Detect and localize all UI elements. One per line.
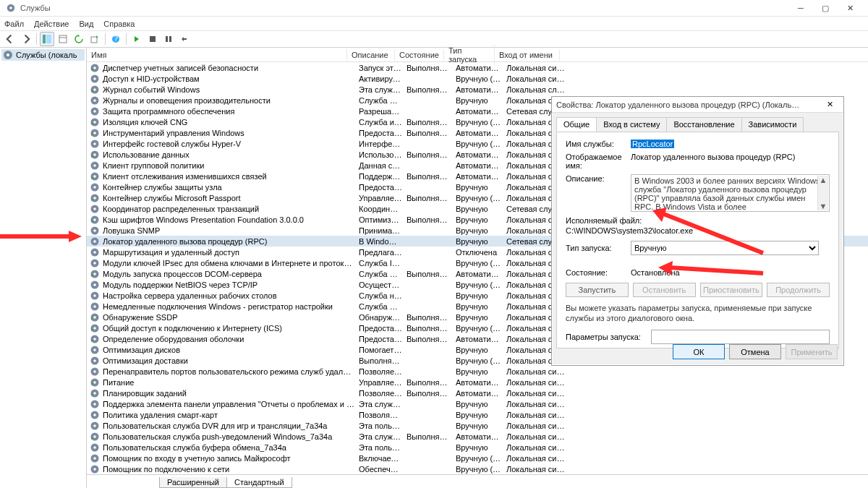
col-desc[interactable]: Описание (347, 49, 395, 61)
col-state[interactable]: Состояние (395, 49, 444, 61)
service-row[interactable]: Журнал событий WindowsЭта служб…Выполняе… (87, 84, 868, 95)
desc-cell: Поддержи… (359, 172, 407, 181)
menu-help[interactable]: Справка (103, 20, 135, 28)
desc-cell: Служба ж… (359, 96, 407, 105)
state-cell: Выполняется (407, 270, 456, 278)
refresh-button[interactable] (72, 32, 86, 46)
name-cell: Координатор распределенных транзакций (103, 205, 359, 213)
service-row[interactable]: ПитаниеУправляет…ВыполняетсяАвтоматиче…Л… (87, 377, 868, 388)
start-cell: Вручную (456, 421, 506, 430)
properties-button[interactable] (56, 32, 70, 46)
gear-icon (90, 182, 100, 192)
name-cell: Общий доступ к подключению к Интернету (… (103, 324, 359, 333)
tree-root[interactable]: Службы (локаль (1, 49, 85, 61)
service-row[interactable]: Диспетчер учетных записей безопасностиЗа… (87, 62, 868, 73)
tab-standard[interactable]: Стандартный (226, 477, 292, 488)
ok-button[interactable]: ОК (673, 344, 725, 359)
help-button[interactable]: ? (109, 32, 123, 46)
desc-cell: Управляет… (359, 378, 407, 387)
service-row[interactable]: Политика удаления смарт-картПозволяе…Вру… (87, 409, 868, 420)
dialog-close-button[interactable]: ✕ (820, 100, 839, 109)
state-cell: Выполняется (407, 194, 456, 202)
menubar: Файл Действие Вид Справка (0, 17, 868, 30)
cancel-button[interactable]: Отмена (729, 344, 781, 359)
apply-button: Применить (786, 344, 838, 359)
svg-point-45 (93, 229, 96, 232)
service-row[interactable]: Планировщик заданийПозволяет…Выполняется… (87, 388, 868, 398)
service-row[interactable]: Пользовательская служба буфера обмена_7a… (87, 442, 868, 453)
name-cell: Перенаправитель портов пользовательского… (103, 367, 359, 376)
gear-icon (90, 236, 100, 247)
start-cell: Вручную (456, 400, 506, 408)
display-name-value: Локатор удаленного вызова процедур (RPC) (631, 153, 830, 170)
gear-icon (90, 453, 100, 463)
export-button[interactable] (88, 32, 102, 46)
svc-name-value: RpcLocator (631, 140, 674, 148)
desc-scrollbar[interactable]: ▲▼ (817, 176, 828, 210)
pause-service-button[interactable] (161, 32, 176, 46)
tab-extended[interactable]: Расширенный (159, 477, 227, 488)
logon-cell: Локальная сис… (506, 367, 571, 376)
menu-file[interactable]: Файл (4, 20, 24, 28)
svg-point-89 (93, 468, 96, 471)
desc-cell: Помогает … (359, 346, 407, 354)
menu-view[interactable]: Вид (79, 20, 93, 28)
service-row[interactable]: Помощник по подключению к сетиОбеспечи…В… (87, 463, 868, 474)
stop-button: Остановить (633, 283, 696, 297)
forward-button[interactable] (19, 32, 33, 46)
service-row[interactable]: Пользовательская служба DVR для игр и тр… (87, 420, 868, 431)
tab-logon[interactable]: Вход в систему (596, 117, 667, 132)
desc-text: В Windows 2003 и более ранних версиях Wi… (634, 176, 820, 211)
window-titlebar: Службы ─ ▢ ✕ (0, 0, 868, 17)
gear-icon (90, 301, 100, 312)
desc-cell: Служба IK… (359, 259, 407, 267)
resume-button: Продолжить (767, 283, 830, 297)
start-service-button[interactable] (129, 32, 144, 46)
start-cell: Вручную (456, 313, 506, 322)
stop-service-button[interactable] (145, 32, 160, 46)
desc-cell: Предостав… (359, 183, 407, 192)
service-row[interactable]: Пользовательская служба push-уведомлений… (87, 431, 868, 442)
start-cell: Вручную (ак… (456, 356, 506, 365)
service-row[interactable]: Помощник по входу в учетную запись Майкр… (87, 453, 868, 463)
show-tree-button[interactable] (40, 32, 54, 46)
close-button[interactable]: ✕ (838, 0, 862, 17)
col-logon[interactable]: Вход от имени (495, 49, 560, 61)
svg-point-37 (93, 186, 96, 189)
restart-service-button[interactable] (177, 32, 192, 46)
service-row[interactable]: Доступ к HID-устройствамАктивируе…Вручну… (87, 73, 868, 84)
starttype-select[interactable]: Вручную (631, 241, 819, 255)
svg-rect-9 (150, 36, 156, 42)
desc-cell: Эта служб… (359, 400, 407, 408)
desc-cell: Предлагае… (359, 248, 407, 257)
svg-point-63 (93, 327, 96, 330)
name-cell: Диспетчер учетных записей безопасности (103, 64, 359, 72)
start-button[interactable]: Запустить (566, 283, 629, 297)
menu-action[interactable]: Действие (34, 20, 69, 28)
back-button[interactable] (3, 32, 17, 46)
tab-deps[interactable]: Зависимости (741, 117, 804, 132)
minimize-button[interactable]: ─ (788, 0, 813, 17)
state-cell: Выполняется (407, 389, 456, 398)
name-cell: Контейнер службы защиты узла (103, 183, 359, 192)
start-cell: Автоматиче… (456, 378, 506, 387)
tab-recovery[interactable]: Восстановление (666, 117, 741, 132)
svc-name-label: Имя службы: (566, 140, 631, 148)
tab-general[interactable]: Общие (556, 117, 597, 132)
desc-label: Описание: (566, 174, 631, 212)
maximize-button[interactable]: ▢ (813, 0, 838, 17)
desc-textbox[interactable]: В Windows 2003 и более ранних версиях Wi… (631, 174, 830, 212)
service-row[interactable]: Перенаправитель портов пользовательского… (87, 366, 868, 377)
svg-point-31 (93, 153, 96, 156)
gear-icon (90, 247, 100, 257)
gear-icon (90, 74, 100, 84)
name-cell: Настройка сервера удаленных рабочих стол… (103, 291, 359, 300)
state-cell: Выполняется (407, 172, 456, 181)
name-cell: Определение оборудования оболочки (103, 335, 359, 343)
param-input[interactable] (651, 330, 830, 344)
properties-dialog: Свойства: Локатор удаленного вызова проц… (551, 96, 844, 366)
service-row[interactable]: Поддержка элемента панели управления "От… (87, 398, 868, 409)
start-cell: Автоматиче… (456, 150, 506, 159)
col-name[interactable]: Имя (87, 49, 347, 61)
svg-point-25 (93, 121, 96, 124)
